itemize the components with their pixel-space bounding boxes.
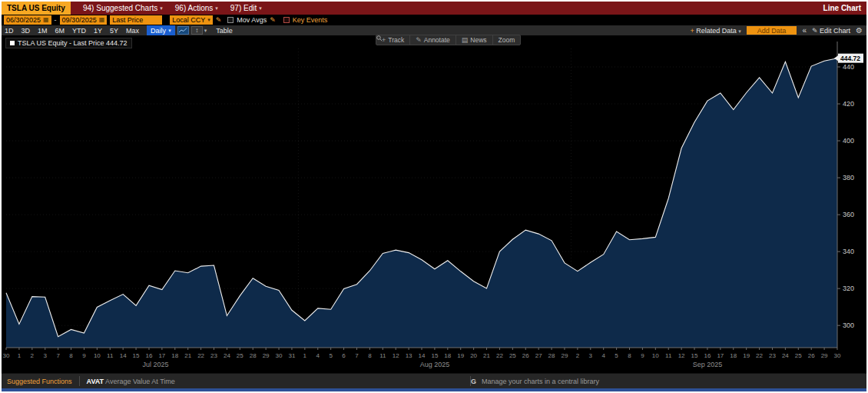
- line-chart-icon: [179, 28, 187, 33]
- svg-text:Aug 2025: Aug 2025: [420, 361, 450, 368]
- edit-chart-label: Edit Chart: [820, 27, 850, 35]
- series-legend[interactable]: TSLA US Equity - Last Price 444.72: [5, 38, 132, 48]
- date-to-value: 09/30/2025: [62, 16, 97, 24]
- settings-gear-icon[interactable]: ⚙: [856, 27, 863, 35]
- zoom-label: Zoom: [499, 36, 515, 44]
- period-tab-6m[interactable]: 6M: [55, 27, 65, 35]
- candle-chart-icon: ↕: [195, 28, 198, 34]
- period-tab-ytd[interactable]: YTD: [72, 27, 86, 35]
- svg-text:420: 420: [843, 100, 854, 108]
- menu-edit[interactable]: 97) Edit ▾: [230, 4, 262, 12]
- svg-text:30: 30: [3, 352, 10, 359]
- annotate-button[interactable]: ✎ Annotate: [409, 35, 456, 45]
- svg-text:11: 11: [665, 352, 672, 359]
- date-range-separator: -: [55, 16, 57, 24]
- svg-text:29: 29: [821, 352, 828, 359]
- price-field-selector[interactable]: Last Price: [110, 15, 162, 25]
- series-marker: [10, 41, 15, 45]
- zoom-button[interactable]: Zoom: [492, 35, 521, 45]
- currency-selector[interactable]: Local CCY ▾: [170, 15, 213, 25]
- svg-text:27: 27: [535, 352, 542, 359]
- period-tab-3d[interactable]: 3D: [22, 27, 31, 35]
- chart-plot-area[interactable]: TSLA US Equity - Last Price 444.72 + Tra…: [2, 35, 866, 373]
- svg-text:14: 14: [419, 352, 426, 359]
- chart-type-dropdown-arrow-icon[interactable]: ▾: [204, 28, 207, 34]
- plus-icon: +: [690, 27, 694, 35]
- svg-text:6: 6: [342, 352, 346, 359]
- svg-text:7: 7: [355, 352, 359, 359]
- chart-hover-toolbar: + Track ✎ Annotate ▤ News Zoom: [376, 35, 521, 45]
- svg-text:3: 3: [43, 352, 47, 359]
- svg-text:28: 28: [250, 352, 257, 359]
- add-data-input[interactable]: Add Data: [747, 26, 797, 35]
- price-line-chart[interactable]: 3003203403603804004204403012378910111415…: [2, 35, 866, 373]
- mov-avgs-checkbox[interactable]: [227, 17, 234, 23]
- edit-chart-button[interactable]: ✎ Edit Chart: [812, 27, 850, 35]
- date-from-field[interactable]: 06/30/2025 ▦: [4, 15, 51, 25]
- svg-text:26: 26: [522, 352, 529, 359]
- dropdown-arrow-icon: ▾: [160, 5, 163, 12]
- menu-suggested-charts[interactable]: 94) Suggested Charts ▾: [83, 4, 163, 12]
- svg-text:1: 1: [18, 352, 22, 359]
- date-from-value: 06/30/2025: [6, 16, 41, 24]
- candle-chart-type-button[interactable]: ↕: [191, 26, 203, 35]
- svg-text:440: 440: [843, 63, 854, 71]
- series-legend-label: TSLA US Equity - Last Price 444.72: [18, 39, 128, 47]
- security-ticker-field[interactable]: TSLA US Equity: [2, 2, 71, 15]
- svg-text:444.72: 444.72: [840, 55, 860, 62]
- annotate-label: Annotate: [424, 36, 450, 44]
- title-bar: TSLA US Equity 94) Suggested Charts ▾ 96…: [2, 2, 866, 15]
- svg-text:25: 25: [509, 352, 516, 359]
- collapse-icon[interactable]: «: [802, 26, 807, 35]
- svg-text:8: 8: [628, 352, 631, 359]
- mov-avgs-pencil-icon[interactable]: ✎: [270, 17, 276, 24]
- magnifier-zoom-icon: [376, 35, 383, 42]
- pencil-icon: ✎: [812, 27, 818, 35]
- frequency-dropdown[interactable]: Daily ▾: [147, 25, 175, 35]
- calendar-icon: ▦: [43, 17, 49, 23]
- svg-text:25: 25: [237, 352, 244, 359]
- svg-text:21: 21: [483, 352, 490, 359]
- view-title: Line Chart: [823, 4, 861, 12]
- line-chart-type-button[interactable]: [177, 26, 189, 35]
- dropdown-arrow-icon: ▾: [259, 5, 262, 12]
- svg-text:360: 360: [843, 211, 854, 218]
- svg-text:380: 380: [843, 174, 854, 182]
- svg-text:8: 8: [69, 352, 73, 359]
- avat-function-link[interactable]: AVAT Average Value At Time: [87, 378, 175, 385]
- svg-text:15: 15: [431, 352, 438, 359]
- table-button[interactable]: Table: [216, 27, 233, 35]
- news-button[interactable]: ▤ News: [456, 35, 492, 45]
- svg-text:Jul 2025: Jul 2025: [142, 361, 168, 368]
- news-icon: ▤: [462, 37, 469, 44]
- svg-text:28: 28: [548, 352, 555, 359]
- mov-avgs-label: Mov Avgs: [237, 16, 267, 24]
- period-tab-1d[interactable]: 1D: [5, 27, 14, 35]
- svg-text:15: 15: [691, 352, 698, 359]
- menu-actions[interactable]: 96) Actions ▾: [175, 4, 218, 12]
- svg-text:Sep 2025: Sep 2025: [693, 361, 723, 368]
- menu-suggested-charts-label: 94) Suggested Charts: [83, 4, 157, 12]
- chart-library-section[interactable]: G Manage your charts in a central librar…: [471, 378, 599, 385]
- svg-text:4: 4: [316, 352, 320, 359]
- svg-text:1: 1: [303, 352, 307, 359]
- period-tab-max[interactable]: Max: [126, 27, 139, 35]
- function-name: Average Value At Time: [105, 378, 175, 385]
- period-tab-5y[interactable]: 5Y: [110, 27, 118, 35]
- svg-text:31: 31: [288, 352, 295, 359]
- security-ticker-label: TSLA US Equity: [7, 4, 65, 12]
- svg-text:2: 2: [576, 352, 580, 359]
- svg-text:7: 7: [56, 352, 60, 359]
- key-events-checkbox[interactable]: [283, 17, 290, 23]
- related-data-button[interactable]: + Related Data ▾: [690, 27, 740, 35]
- period-tab-1m[interactable]: 1M: [38, 27, 48, 35]
- suggested-functions-label[interactable]: Suggested Functions: [7, 378, 72, 385]
- dropdown-arrow-icon: ▾: [738, 28, 741, 34]
- date-to-field[interactable]: 09/30/2025 ▦: [60, 15, 108, 25]
- svg-text:19: 19: [457, 352, 464, 359]
- svg-text:20: 20: [470, 352, 477, 359]
- svg-text:17: 17: [717, 352, 724, 359]
- svg-text:19: 19: [743, 352, 750, 359]
- period-tab-1y[interactable]: 1Y: [94, 27, 102, 35]
- edit-pencil-icon[interactable]: ✎: [216, 17, 222, 24]
